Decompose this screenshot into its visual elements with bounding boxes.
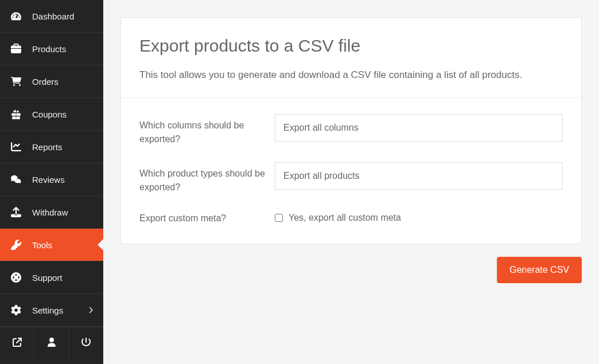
- columns-label: Which columns should be exported?: [139, 114, 275, 146]
- meta-checkbox[interactable]: [275, 214, 283, 222]
- sidebar: Dashboard Products Orders Coupons Report…: [0, 0, 103, 364]
- sidebar-item-withdraw[interactable]: Withdraw: [0, 196, 103, 229]
- briefcase-icon: [10, 44, 22, 54]
- cart-icon: [10, 76, 22, 87]
- gift-icon: [10, 109, 22, 119]
- sidebar-item-label: Reports: [32, 142, 63, 152]
- sidebar-item-support[interactable]: Support: [0, 261, 103, 294]
- external-link-icon: [13, 338, 22, 349]
- meta-label: Export custom meta?: [139, 210, 275, 225]
- card-body: Which columns should be exported? Export…: [121, 98, 581, 244]
- sidebar-item-dashboard[interactable]: Dashboard: [0, 0, 103, 33]
- sidebar-item-label: Withdraw: [32, 208, 68, 217]
- sidebar-item-label: Dashboard: [32, 11, 74, 21]
- sidebar-item-label: Tools: [32, 240, 52, 250]
- types-select-value: Export all products: [283, 171, 360, 181]
- columns-select-value: Export all columns: [283, 123, 359, 133]
- meta-checkbox-label[interactable]: Yes, export all custom meta: [289, 213, 401, 223]
- gear-icon: [10, 305, 22, 315]
- power-icon: [81, 338, 91, 349]
- chevron-right-icon: [88, 306, 93, 315]
- sidebar-bottom-profile[interactable]: [34, 327, 69, 359]
- user-icon: [47, 338, 56, 349]
- upload-icon: [10, 207, 22, 217]
- sidebar-item-label: Reviews: [32, 175, 65, 185]
- field-meta: Export custom meta? Yes, export all cust…: [139, 210, 563, 225]
- sidebar-item-reviews[interactable]: Reviews: [0, 163, 103, 196]
- types-label: Which product types should be exported?: [139, 162, 275, 194]
- sidebar-item-label: Products: [32, 44, 66, 54]
- sidebar-bottom-external[interactable]: [0, 327, 34, 359]
- export-card: Export products to a CSV file This tool …: [120, 17, 582, 244]
- chart-line-icon: [10, 142, 22, 152]
- sidebar-item-products[interactable]: Products: [0, 33, 103, 65]
- types-select[interactable]: Export all products: [275, 162, 563, 190]
- sidebar-item-coupons[interactable]: Coupons: [0, 98, 103, 131]
- main-content: Export products to a CSV file This tool …: [103, 0, 599, 364]
- life-ring-icon: [10, 272, 22, 283]
- page-description: This tool allows you to generate and dow…: [139, 67, 563, 83]
- sidebar-item-label: Orders: [32, 77, 59, 87]
- field-types: Which product types should be exported? …: [139, 162, 563, 194]
- sidebar-item-tools[interactable]: Tools: [0, 229, 103, 261]
- sidebar-item-label: Settings: [32, 306, 63, 315]
- card-header: Export products to a CSV file This tool …: [121, 18, 581, 98]
- sidebar-item-label: Support: [32, 273, 63, 283]
- actions: Generate CSV: [120, 244, 582, 283]
- generate-csv-button[interactable]: Generate CSV: [497, 257, 582, 283]
- gauge-icon: [10, 11, 22, 21]
- sidebar-bottom-logout[interactable]: [69, 327, 103, 359]
- sidebar-item-settings[interactable]: Settings: [0, 294, 103, 327]
- sidebar-item-reports[interactable]: Reports: [0, 131, 103, 163]
- sidebar-item-orders[interactable]: Orders: [0, 65, 103, 98]
- sidebar-item-label: Coupons: [32, 109, 67, 119]
- columns-select[interactable]: Export all columns: [275, 114, 563, 142]
- comments-icon: [10, 174, 22, 185]
- page-title: Export products to a CSV file: [139, 36, 563, 56]
- field-columns: Which columns should be exported? Export…: [139, 114, 563, 146]
- wrench-icon: [10, 240, 22, 250]
- sidebar-bottom: [0, 327, 103, 359]
